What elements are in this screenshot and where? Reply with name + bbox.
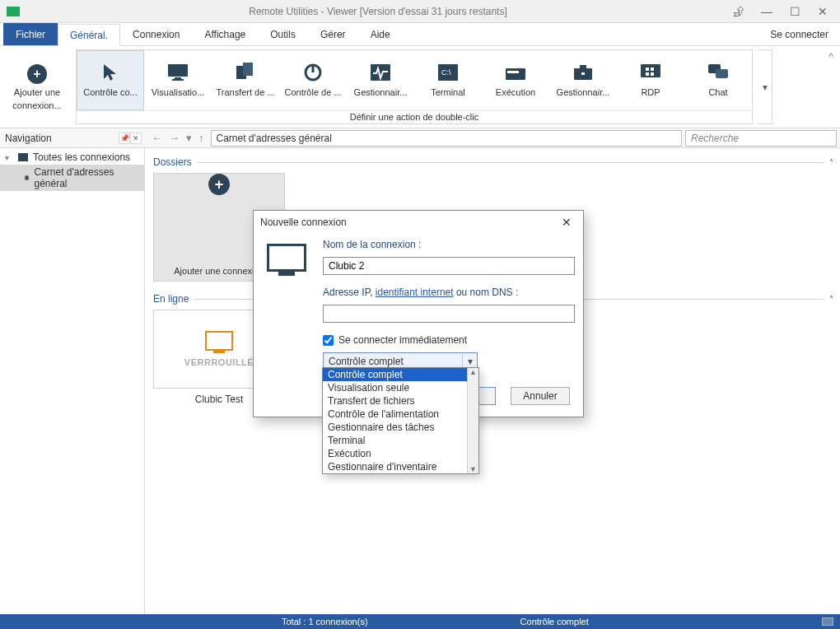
tab-strip: Fichier Général. Connexion Affichage Out… [0, 23, 840, 46]
internet-id-link[interactable]: identifiant internet [376, 287, 454, 298]
svg-rect-20 [651, 72, 654, 76]
address-label: Adresse IP, identifiant internet ou nom … [323, 287, 518, 298]
ribbon-group-caption: Définir une action de double-clic [77, 110, 752, 123]
titlebar: Remote Utilities - Viewer [Version d'ess… [0, 0, 840, 23]
nav-up-icon[interactable]: ↑ [198, 132, 204, 144]
address-label-suffix: ou nom DNS : [454, 287, 519, 298]
ribbon-item-label: Transfert de ... [216, 87, 274, 97]
ribbon-inventory[interactable]: Gestionnair... [549, 50, 617, 110]
chat-icon [706, 63, 730, 82]
collapse-section-icon[interactable]: ˄ [829, 295, 833, 304]
collapse-ribbon-icon[interactable]: ⮵ [730, 2, 748, 21]
divider [197, 162, 824, 163]
nav-row: Navigation 📌 ✕ ← → ▾ ↑ Carnet d'adresses… [0, 128, 840, 148]
section-folders-header: Dossiers ˄ [153, 156, 833, 168]
caret-icon: ▾ [5, 153, 13, 162]
ribbon-item-label: Terminal [431, 87, 465, 97]
tree-child[interactable]: Carnet d'adresses général [0, 165, 144, 191]
dialog-close-button[interactable]: ✕ [557, 214, 576, 231]
nav-dropdown-icon[interactable]: ▾ [186, 132, 192, 144]
ribbon-rdp[interactable]: RDP [617, 50, 684, 110]
svg-rect-14 [580, 65, 586, 68]
window-controls: ⮵ — ☐ ✕ [730, 2, 840, 21]
dropdown-option[interactable]: Exécution [323, 447, 478, 460]
svg-rect-4 [243, 63, 253, 76]
connect-now-checkbox[interactable] [323, 335, 334, 346]
ribbon-chat[interactable]: Chat [684, 50, 752, 110]
section-online-title: En ligne [153, 293, 189, 305]
dropdown-option[interactable]: Transfert de fichiers [323, 394, 478, 408]
ribbon-item-label: Gestionnair... [557, 87, 610, 97]
ribbon-power-control[interactable]: Contrôle de ... [279, 50, 347, 110]
dropdown-option[interactable]: Visualisation seule [323, 381, 478, 394]
app-icon [7, 7, 20, 16]
monitor-icon [166, 63, 190, 82]
ribbon-item-label: Contrôle co... [83, 87, 137, 97]
tab-general[interactable]: Général. [58, 24, 120, 46]
ribbon-view-only[interactable]: Visualisatio... [144, 50, 212, 110]
dropdown-option[interactable]: Terminal [323, 434, 478, 447]
run-icon [503, 63, 528, 82]
tab-manage[interactable]: Gérer [308, 23, 358, 45]
ribbon-full-control[interactable]: Contrôle co... [77, 50, 144, 110]
dropdown-option[interactable]: Gestionnaire d'inventaire [323, 460, 478, 473]
dropdown-scrollbar[interactable]: ▲▼ [467, 368, 478, 473]
svg-text:C:\: C:\ [441, 68, 451, 77]
address-text: Carnet d'adresses général [217, 133, 332, 144]
dropdown-option[interactable]: Gestionnaire des tâches [323, 421, 478, 434]
cursor-icon [98, 63, 123, 82]
svg-rect-18 [651, 68, 654, 71]
dropdown-option[interactable]: Contrôle complet [323, 368, 478, 381]
ribbon-overflow-button[interactable]: ▾ [758, 49, 772, 124]
ribbon-item-label: Contrôle de ... [284, 87, 341, 97]
pin-icon[interactable]: 📌 [119, 133, 130, 144]
rdp-icon [638, 63, 663, 82]
nav-forward-icon[interactable]: → [169, 132, 180, 144]
svg-rect-6 [312, 64, 315, 72]
keyboard-icon[interactable] [822, 617, 833, 626]
briefcase-icon [571, 63, 595, 82]
dropdown-option[interactable]: Contrôle de l'alimentation [323, 408, 478, 421]
close-button[interactable]: ✕ [814, 2, 832, 21]
power-icon [301, 63, 325, 82]
tab-help[interactable]: Aide [358, 23, 403, 45]
ribbon-item-label: Gestionnair... [354, 87, 408, 97]
address-bar[interactable]: Carnet d'adresses général [211, 130, 683, 147]
ribbon-collapse-icon[interactable]: ^ [828, 51, 833, 63]
tab-tools[interactable]: Outils [258, 23, 308, 45]
add-connection-label-1: Ajouter une [14, 87, 60, 97]
minimize-button[interactable]: — [758, 2, 776, 21]
connection-name-input[interactable] [323, 257, 575, 275]
ribbon-file-transfer[interactable]: Transfert de ... [212, 50, 279, 110]
add-connection-button[interactable]: + Ajouter une connexion... [0, 46, 74, 128]
ribbon-execute[interactable]: Exécution [482, 50, 549, 110]
ribbon-group-actions: Contrôle co... Visualisatio... Transfert… [76, 49, 753, 124]
tree-root-label: Toutes les connexions [33, 151, 130, 163]
tab-file[interactable]: Fichier [3, 23, 58, 45]
nav-back-icon[interactable]: ← [152, 132, 162, 144]
svg-rect-17 [646, 68, 649, 71]
add-connection-tile-label: Ajouter une connexion [174, 266, 264, 276]
svg-rect-22 [716, 69, 728, 78]
section-folders-title: Dossiers [153, 156, 192, 168]
tab-connection[interactable]: Connexion [120, 23, 192, 45]
close-panel-icon[interactable]: ✕ [130, 133, 142, 144]
monitor-icon [267, 244, 306, 272]
ribbon-task-manager[interactable]: Gestionnair... [347, 50, 414, 110]
search-input[interactable]: Recherche [685, 130, 837, 147]
nav-panel-title: Navigation [5, 133, 52, 144]
mode-dropdown: Contrôle complet Visualisation seule Tra… [322, 367, 479, 474]
collapse-section-icon[interactable]: ˄ [829, 158, 833, 167]
sign-in-button[interactable]: Se connecter [758, 24, 840, 45]
ribbon-terminal[interactable]: C:\ Terminal [414, 50, 482, 110]
tab-view[interactable]: Affichage [192, 23, 258, 45]
files-icon [233, 63, 258, 82]
dot-icon [25, 175, 29, 180]
nav-panel-header: Navigation 📌 ✕ [0, 133, 145, 144]
tree-root[interactable]: ▾ Toutes les connexions [0, 150, 144, 165]
maximize-button[interactable]: ☐ [786, 2, 804, 21]
address-input[interactable] [323, 305, 575, 323]
dialog-titlebar: Nouvelle connexion ✕ [254, 211, 583, 234]
svg-rect-1 [175, 77, 181, 79]
cancel-button[interactable]: Annuler [511, 387, 570, 405]
